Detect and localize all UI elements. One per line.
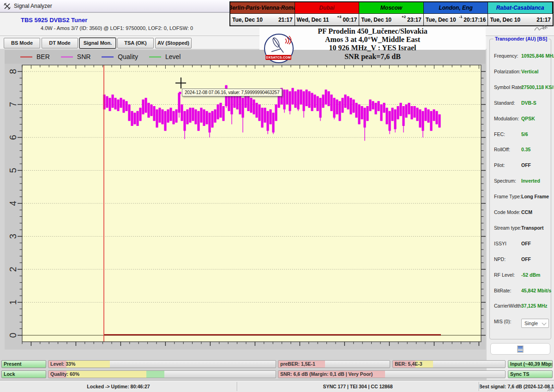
field-label: Frame Type:: [494, 194, 521, 199]
field-label: Stream type:: [494, 225, 522, 231]
field-value: QPSK: [521, 116, 535, 121]
field-label: Code Mode:: [494, 209, 520, 215]
field-label: Symbol Rate:: [494, 84, 523, 90]
bar-label: preBER: 1,5E-1: [280, 361, 315, 368]
svg-text:8: 8: [8, 69, 18, 74]
legend-item-quality: Quality: [102, 53, 138, 60]
transponder-field: RollOff:0.35: [490, 147, 551, 156]
dt-mode-button[interactable]: DT Mode: [42, 38, 78, 48]
field-label: Standard:: [494, 100, 515, 106]
field-value: DVB-S: [521, 100, 536, 106]
field-value: 5/6: [521, 131, 528, 137]
clock-city: Dubai: [295, 2, 360, 14]
field-value: Inverted: [521, 178, 540, 184]
bar-label: Quality: 60%: [50, 371, 79, 378]
clock-city: Rabat-Casablanca: [488, 2, 553, 14]
clock-time: Wed, Dec 11+300:17: [295, 14, 360, 25]
transponder-field: Spectrum:Inverted: [490, 178, 551, 187]
field-label: FEC:: [494, 131, 505, 137]
transponder-field: Symbol Rate:27500,118 KS/s: [490, 84, 551, 94]
status-divider: [479, 382, 479, 391]
mis-value: Single: [524, 321, 538, 326]
status-badge: Present: [1, 360, 46, 368]
transponder-field: BitRate:45,842 Mbit/s: [490, 288, 551, 297]
transponder-panel: Transponder (AU) [BS] Frequency:10925,84…: [487, 36, 554, 392]
app-icon: [4, 3, 11, 10]
transponder-field: CarrierWidth:37,125 MHz: [490, 303, 551, 312]
transponder-groupbox: Transponder (AU) [BS] Frequency:10925,84…: [489, 39, 551, 339]
mis-label: MIS (0):: [494, 319, 511, 324]
field-label: NPD:: [494, 256, 506, 262]
status-uptime: Locked -> Uptime: 80:46:27: [0, 380, 237, 392]
signature-scribble-icon: [534, 24, 550, 32]
status-divider: [237, 382, 237, 391]
mis-row: MIS (0): Single: [490, 319, 551, 328]
field-value: OFF: [521, 162, 531, 168]
progress-bar: Level: 33%: [48, 360, 276, 368]
status-badge: Lock: [1, 370, 46, 378]
site-title-line1: PF Prodelin 450_Lučenec/Slovakia: [259, 27, 486, 36]
transponder-field: NPD:OFF: [490, 256, 551, 266]
transponder-field: Frame Type:Long Frame: [490, 194, 551, 203]
field-value: Vertical: [521, 69, 538, 74]
svg-text:3: 3: [8, 234, 18, 239]
transponder-field: Code Mode:CCM: [490, 209, 551, 219]
transponder-field: Pilot:OFF: [490, 162, 551, 172]
bar-label: Level: 33%: [50, 361, 75, 368]
status-badge: Sync TS: [508, 370, 553, 378]
svg-text:7: 7: [8, 102, 18, 107]
mis-dropdown[interactable]: Single: [521, 319, 549, 328]
transponder-title: Transponder (AU) [BS]: [494, 36, 548, 42]
status-bar: Locked -> Uptime: 80:46:27 SYNC 177 | TE…: [0, 380, 554, 392]
field-label: RF Level:: [494, 272, 515, 278]
legend-item-level: Level: [149, 53, 181, 60]
clock-time: Tue, Dec 10-120:17:16: [424, 14, 488, 25]
legend-item-snr: SNR: [61, 53, 91, 60]
field-value: 45,842 Mbit/s: [521, 288, 551, 293]
progress-bar: BER: 5,4E-3: [392, 360, 506, 368]
field-value: 10925,846 MHz: [521, 53, 554, 59]
transponder-field: FEC:5/6: [490, 131, 551, 141]
field-value: -52 dBm: [521, 272, 540, 278]
tuner-details: 4.0W - Amos 3/7 (ID: 3560) @ LOF1: 97500…: [41, 25, 193, 31]
meter-row-2: LockQuality: 60%SNR: 6,6 dB (Margin: 0,1…: [0, 370, 554, 378]
cursor-crosshair-horizontal: [175, 83, 186, 83]
status-badge: Input (~40,39 Mbps): [508, 360, 553, 368]
panel-action-button[interactable]: [490, 343, 550, 355]
snr-line-swatch: [61, 56, 73, 58]
transponder-field: ISSYIOFF: [490, 241, 551, 250]
field-label: Polarization:: [494, 69, 521, 74]
report-table-icon: [517, 345, 524, 353]
av-button[interactable]: AV (Stopped): [155, 38, 192, 48]
ber-line-swatch: [20, 56, 32, 58]
data-tooltip: 2024-12-08 07.06.16, value: 7,5999999046…: [182, 89, 282, 96]
field-value: Long Frame: [521, 194, 549, 199]
signal-mon-button[interactable]: Signal Mon.: [79, 38, 116, 48]
site-title-line4-snr-peak: SNR peak=7,6 dB: [259, 53, 486, 61]
transponder-field: RF Level:-52 dBm: [490, 272, 551, 281]
transponder-field: Frequency:10925,846 MHz: [490, 53, 551, 62]
bar-label: BER: 5,4E-3: [395, 361, 422, 368]
svg-text:1: 1: [8, 300, 18, 305]
field-label: Frequency:: [494, 53, 518, 59]
svg-text:6: 6: [8, 135, 18, 140]
signal-chart[interactable]: 012345678 2024-12-08 07.06.16, value: 7,…: [5, 64, 486, 350]
resize-grip[interactable]: [547, 386, 553, 392]
window-title: Signal Analyzer: [14, 3, 52, 9]
bar-fill: [146, 371, 164, 378]
transponder-field: Polarization:Vertical: [490, 69, 551, 78]
svg-text:0: 0: [8, 333, 18, 338]
clock-time: Tue, Dec 1021:17: [230, 14, 295, 25]
tsa-button[interactable]: TSA (OK): [117, 38, 154, 48]
chevron-down-icon: [542, 321, 547, 326]
svg-text:2: 2: [8, 267, 18, 272]
progress-bar: Quality: 60%: [48, 370, 276, 378]
field-value: 0.35: [521, 147, 530, 152]
bs-mode-button[interactable]: BS Mode: [4, 38, 40, 48]
progress-bar: preBER: 1,5E-1: [278, 360, 390, 368]
status-sync-counts: SYNC 177 | TEI 304 | CC 12868: [237, 380, 479, 392]
svg-text:4: 4: [8, 201, 18, 206]
field-label: RollOff:: [494, 147, 510, 152]
clock-city: Berlin-Paris-Vienna-Roma: [230, 2, 295, 14]
svg-text:5: 5: [8, 168, 18, 173]
